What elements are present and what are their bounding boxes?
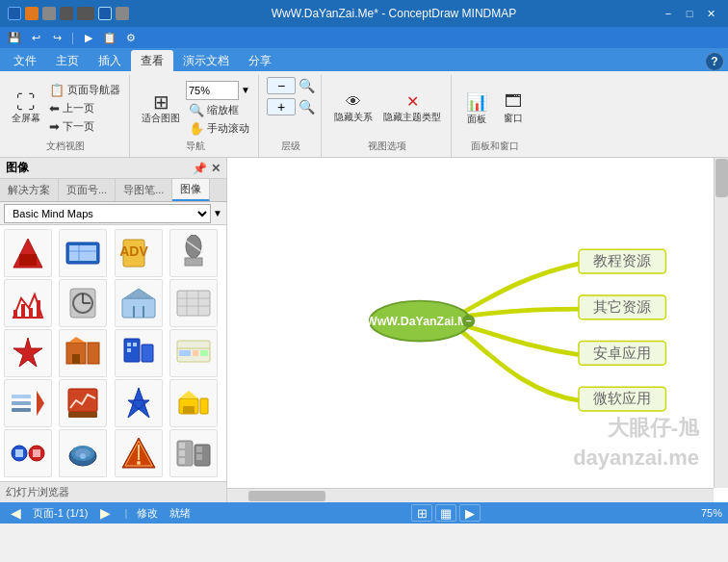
navigator-button[interactable]: 📋 页面导航器 [46, 82, 123, 98]
app-icon [8, 7, 21, 20]
fullscreen-button[interactable]: ⛶ 全屏幕 [8, 90, 44, 127]
image-cell-11[interactable] [115, 329, 163, 377]
svg-point-66 [137, 461, 141, 465]
image-cell-19[interactable] [115, 429, 163, 477]
undo-button[interactable]: ↩ [27, 29, 44, 46]
status-edit-label: 修改 [137, 506, 158, 521]
tab-view[interactable]: 查看 [131, 50, 173, 71]
zoom-frame-button[interactable]: 🔍 缩放框 [186, 102, 242, 118]
status-grid-icon[interactable]: ⊞ [411, 504, 432, 522]
svg-rect-44 [12, 395, 31, 398]
svg-rect-13 [21, 304, 25, 318]
vertical-scrollbar-thumb[interactable] [715, 159, 728, 197]
image-cell-8[interactable] [169, 279, 218, 327]
image-cell-9[interactable] [4, 329, 52, 377]
svg-rect-14 [29, 308, 33, 318]
help-button[interactable]: ? [705, 52, 724, 71]
hide-types-button[interactable]: ✕ 隐藏主题类型 [379, 90, 445, 126]
panel-pin-icon[interactable]: 📌 [193, 162, 207, 175]
qa-btn-4[interactable]: 📋 [101, 29, 118, 46]
zoom-plus-button[interactable]: + [267, 98, 296, 115]
image-cell-12[interactable] [169, 329, 218, 377]
image-cell-17[interactable] [4, 429, 52, 477]
status-next-button[interactable]: ▶ [95, 504, 115, 522]
tab-images[interactable]: 图像 [172, 179, 210, 201]
status-play-button[interactable]: ▶ [459, 504, 481, 522]
ribbon-tabs: 文件 主页 插入 查看 演示文档 分享 ? [0, 48, 728, 71]
status-slide-icon[interactable]: ▦ [435, 504, 456, 522]
hide-relations-icon: 👁 [346, 93, 361, 111]
window-button[interactable]: 🗔 窗口 [496, 89, 531, 127]
nav-buttons: ⊞ 适合图图 ▼ 🔍 缩放框 ✋ 手动滚动 [138, 77, 252, 140]
fullscreen-icon: ⛶ [16, 92, 36, 112]
maximize-button[interactable]: □ [680, 6, 699, 21]
svg-rect-72 [196, 447, 202, 452]
svg-rect-73 [196, 454, 202, 460]
tab-home[interactable]: 主页 [46, 50, 89, 71]
zoom-minus-button[interactable]: − [267, 77, 296, 94]
tab-pages[interactable]: 页面号... [59, 179, 116, 201]
image-cell-6[interactable] [59, 279, 107, 327]
close-button[interactable]: ✕ [701, 6, 720, 21]
image-cell-3[interactable]: ADV [115, 229, 163, 277]
prev-page-button[interactable]: ⬅ 上一页 [46, 100, 123, 116]
qa-btn-5[interactable]: ⚙ [122, 29, 140, 46]
image-cell-1[interactable] [4, 229, 52, 277]
scroll-button[interactable]: ✋ 手动滚动 [186, 120, 252, 137]
panel-header: 图像 📌 ✕ [0, 158, 226, 179]
svg-point-62 [80, 453, 86, 459]
tab-solutions[interactable]: 解决方案 [0, 179, 59, 201]
svg-rect-37 [133, 343, 137, 346]
svg-text:其它资源: 其它资源 [593, 298, 651, 315]
horizontal-scrollbar[interactable] [227, 488, 714, 502]
svg-rect-49 [68, 412, 97, 418]
svg-rect-32 [72, 354, 80, 364]
image-cell-20[interactable] [169, 429, 218, 477]
image-cell-7[interactable] [115, 279, 163, 327]
image-cell-18[interactable] [59, 429, 107, 477]
level-buttons: − 🔍 + 🔍 [267, 77, 315, 140]
tab-notes[interactable]: 导图笔... [116, 179, 172, 201]
tab-presentation[interactable]: 演示文档 [173, 50, 239, 71]
panel-button[interactable]: 📊 面板 [459, 89, 494, 128]
fit-button[interactable]: ⊞ 适合图图 [138, 90, 184, 127]
svg-marker-50 [128, 388, 149, 418]
image-cell-10[interactable] [59, 329, 107, 377]
zoom-dropdown-icon[interactable]: ▼ [241, 85, 250, 95]
ribbon-content: ⛶ 全屏幕 📋 页面导航器 ⬅ 上一页 ➡ 下一页 文档视图 [0, 71, 728, 158]
save-button[interactable]: 💾 [6, 29, 23, 46]
tab-file[interactable]: 文件 [4, 50, 46, 71]
svg-rect-58 [33, 449, 40, 457]
svg-marker-52 [179, 391, 198, 398]
vertical-scrollbar[interactable] [714, 158, 728, 488]
redo-button[interactable]: ↪ [48, 29, 65, 46]
minimize-button[interactable]: − [659, 6, 678, 21]
image-cell-4[interactable] [169, 229, 218, 277]
svg-rect-9 [185, 258, 202, 266]
prev-label: 上一页 [63, 101, 94, 115]
canvas-area[interactable]: WwW.DaYanZai.Me − 教程资源 其它资源 安卓应用 微软应用 大眼… [227, 158, 728, 502]
horizontal-scrollbar-thumb[interactable] [248, 491, 325, 501]
docview-group-label: 文档视图 [46, 140, 85, 155]
fullscreen-label: 全屏幕 [12, 112, 40, 125]
tab-share[interactable]: 分享 [239, 50, 281, 71]
hide-relations-button[interactable]: 👁 隐藏关系 [329, 91, 377, 126]
image-cell-2[interactable] [59, 229, 107, 277]
svg-rect-46 [12, 408, 31, 412]
image-cell-5[interactable] [4, 279, 52, 327]
tab-insert[interactable]: 插入 [89, 50, 131, 71]
image-cell-13[interactable] [4, 379, 52, 427]
next-page-button[interactable]: ➡ 下一页 [46, 118, 123, 135]
image-cell-14[interactable] [59, 379, 107, 427]
panel-close-icon[interactable]: ✕ [211, 162, 221, 175]
image-cell-16[interactable] [169, 379, 218, 427]
svg-rect-56 [15, 449, 23, 457]
zoom-input[interactable] [186, 81, 239, 100]
category-dropdown[interactable]: Basic Mind Maps [4, 204, 211, 223]
run-button[interactable]: ▶ [80, 29, 97, 46]
panel-footer: 幻灯片浏览器 [0, 481, 226, 502]
status-prev-button[interactable]: ◀ [6, 504, 25, 522]
image-cell-15[interactable] [115, 379, 163, 427]
status-done-label: 就绪 [169, 506, 191, 521]
hide-types-label: 隐藏主题类型 [383, 111, 441, 124]
